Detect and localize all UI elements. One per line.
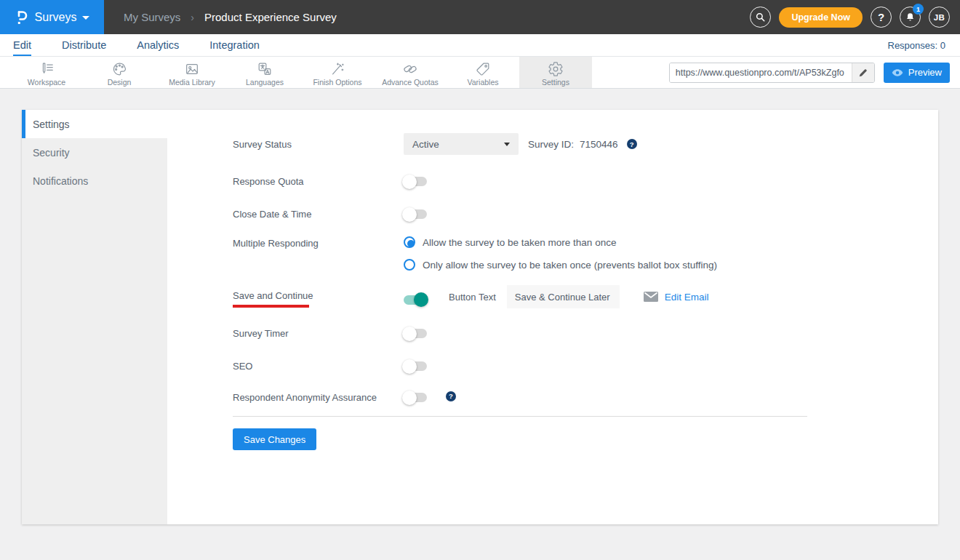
questionpro-logo-icon <box>15 9 29 26</box>
survey-timer-toggle[interactable] <box>404 329 427 338</box>
toggle-knob <box>414 292 428 307</box>
avatar[interactable]: JB <box>929 7 950 28</box>
toolbar-item-advance-quotas[interactable]: Advance Quotas <box>374 57 447 88</box>
survey-status-value: Active <box>412 139 439 150</box>
row-anonymity: Respondent Anonymity Assurance ? <box>233 387 938 403</box>
variables-icon <box>475 61 491 77</box>
breadcrumb-my-surveys[interactable]: My Surveys <box>124 11 180 23</box>
sidebar-item-notifications[interactable]: Notifications <box>22 167 167 195</box>
save-and-continue-toggle[interactable] <box>404 295 427 305</box>
settings-card: Settings Security Notifications Survey S… <box>22 110 938 524</box>
edit-email-action[interactable]: Edit Email <box>644 292 709 303</box>
upgrade-now-button[interactable]: Upgrade Now <box>779 7 863 28</box>
help-glyph: ? <box>878 11 884 23</box>
settings-sidebar: Settings Security Notifications <box>22 110 167 524</box>
row-multiple-responding: Multiple Responding Allow the survey to … <box>233 236 938 271</box>
toolbar-item-languages[interactable]: Languages <box>228 57 301 88</box>
sidebar-item-settings[interactable]: Settings <box>22 110 167 138</box>
row-seo: SEO <box>233 356 938 372</box>
survey-nav: Edit Distribute Analytics Integration Re… <box>0 34 960 57</box>
toolbar-items: Workspace Design Media Library Languages <box>10 57 592 88</box>
save-and-continue-text: Save and Continue <box>233 290 313 301</box>
button-text-input[interactable] <box>507 285 620 308</box>
tutorial-highlight-underline <box>233 305 309 308</box>
tab-edit[interactable]: Edit <box>13 34 31 56</box>
tab-integration[interactable]: Integration <box>209 34 260 56</box>
survey-status-select[interactable]: Active <box>404 133 519 155</box>
toggle-knob <box>402 207 417 222</box>
toolbar-item-variables[interactable]: Variables <box>447 57 519 88</box>
save-and-continue-label: Save and Continue <box>233 285 404 301</box>
tab-distribute[interactable]: Distribute <box>62 34 106 56</box>
sidebar-item-security[interactable]: Security <box>22 138 167 167</box>
toolbar-item-label: Languages <box>246 78 284 87</box>
mail-icon <box>644 292 658 302</box>
toolbar-item-workspace[interactable]: Workspace <box>10 57 83 88</box>
toolbar-item-design[interactable]: Design <box>83 57 156 88</box>
button-text-label: Button Text <box>449 292 496 303</box>
preview-label: Preview <box>908 67 942 78</box>
settings-form: Survey Status Active Survey ID: 7150446 … <box>167 110 938 524</box>
nav-tabs: Edit Distribute Analytics Integration <box>13 34 260 56</box>
survey-url-input[interactable] <box>670 63 852 82</box>
survey-id-label: Survey ID: <box>528 139 574 150</box>
anonymity-label: Respondent Anonymity Assurance <box>233 387 404 403</box>
pencil-icon <box>858 68 868 78</box>
product-name: Surveys <box>35 11 77 24</box>
tab-analytics[interactable]: Analytics <box>137 34 179 56</box>
finish-options-icon <box>329 61 345 77</box>
survey-timer-label: Survey Timer <box>233 323 404 339</box>
toolbar-right: Preview <box>669 57 960 88</box>
eye-icon <box>892 68 903 77</box>
seo-toggle[interactable] <box>404 361 427 371</box>
breadcrumb-survey-title: Product Experience Survey <box>204 11 337 23</box>
radio-unselected-icon <box>404 259 415 271</box>
response-quota-label: Response Quota <box>233 171 404 187</box>
toolbar-item-settings[interactable]: Settings <box>519 57 592 88</box>
toolbar-item-finish-options[interactable]: Finish Options <box>301 57 374 88</box>
row-response-quota: Response Quota <box>233 171 938 187</box>
survey-id-help-icon[interactable]: ? <box>627 139 637 149</box>
breadcrumb: My Surveys › Product Experience Survey <box>124 0 337 34</box>
anonymity-help-icon[interactable]: ? <box>446 391 456 401</box>
survey-status-label: Survey Status <box>233 133 404 150</box>
survey-id-value: 7150446 <box>580 139 618 150</box>
responses-count[interactable]: Responses: 0 <box>888 40 946 51</box>
toolbar-item-label: Advance Quotas <box>382 78 439 87</box>
breadcrumb-separator-icon: › <box>191 12 194 23</box>
advance-quotas-icon <box>402 61 418 77</box>
form-divider <box>233 416 807 417</box>
header-actions: Upgrade Now ? 1 JB <box>750 0 960 34</box>
survey-id-group: Survey ID: 7150446 <box>528 139 618 150</box>
toolbar-item-label: Media Library <box>169 78 215 87</box>
close-date-toggle[interactable] <box>404 209 427 219</box>
edit-url-button[interactable] <box>852 63 874 82</box>
preview-button[interactable]: Preview <box>884 63 950 83</box>
toolbar-item-media-library[interactable]: Media Library <box>156 57 228 88</box>
product-switcher[interactable]: Surveys <box>0 0 104 34</box>
toggle-knob <box>402 175 417 189</box>
row-save-and-continue: Save and Continue Button Text Edit Email <box>233 285 938 308</box>
design-icon <box>111 61 127 77</box>
edit-email-link: Edit Email <box>665 292 709 303</box>
workspace-icon <box>39 61 55 77</box>
help-button[interactable]: ? <box>871 7 892 28</box>
toggle-knob <box>402 391 417 405</box>
settings-gear-icon <box>548 61 564 77</box>
notification-badge: 1 <box>913 4 924 15</box>
search-button[interactable] <box>750 7 771 28</box>
seo-label: SEO <box>233 356 404 372</box>
notifications-button[interactable]: 1 <box>900 7 921 28</box>
radio-allow-multiple[interactable]: Allow the survey to be taken more than o… <box>404 236 717 248</box>
chevron-down-icon <box>504 143 510 146</box>
row-survey-status: Survey Status Active Survey ID: 7150446 … <box>233 133 938 155</box>
toolbar-item-label: Variables <box>468 78 499 87</box>
top-header: Surveys My Surveys › Product Experience … <box>0 0 960 34</box>
radio-allow-once[interactable]: Only allow the survey to be taken once (… <box>404 259 717 271</box>
media-library-icon <box>184 61 200 77</box>
response-quota-toggle[interactable] <box>404 177 427 186</box>
toggle-knob <box>402 359 417 374</box>
anonymity-toggle[interactable] <box>404 393 427 402</box>
save-changes-button[interactable]: Save Changes <box>233 428 316 450</box>
row-survey-timer: Survey Timer <box>233 323 938 339</box>
